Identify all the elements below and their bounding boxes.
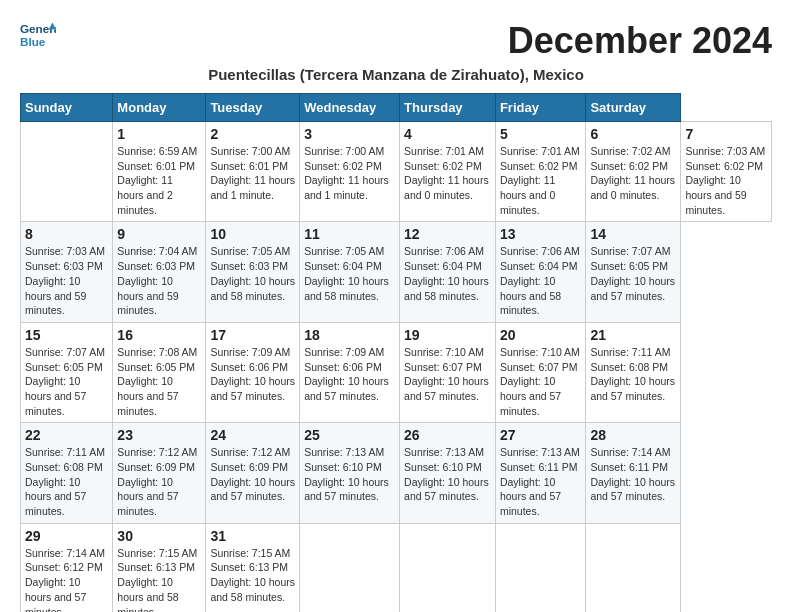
svg-text:Blue: Blue xyxy=(20,35,46,48)
day-info: Sunrise: 7:15 AM Sunset: 6:13 PM Dayligh… xyxy=(117,546,201,612)
calendar-cell: 11 Sunrise: 7:05 AM Sunset: 6:04 PM Dayl… xyxy=(300,222,400,322)
day-info: Sunrise: 7:14 AM Sunset: 6:11 PM Dayligh… xyxy=(590,445,676,504)
day-info: Sunrise: 7:10 AM Sunset: 6:07 PM Dayligh… xyxy=(404,345,491,404)
calendar-cell: 20 Sunrise: 7:10 AM Sunset: 6:07 PM Dayl… xyxy=(495,322,586,422)
day-info: Sunrise: 7:04 AM Sunset: 6:03 PM Dayligh… xyxy=(117,244,201,317)
day-number: 5 xyxy=(500,126,582,142)
day-number: 7 xyxy=(685,126,767,142)
calendar-cell: 24 Sunrise: 7:12 AM Sunset: 6:09 PM Dayl… xyxy=(206,423,300,523)
day-number: 18 xyxy=(304,327,395,343)
calendar-cell: 29 Sunrise: 7:14 AM Sunset: 6:12 PM Dayl… xyxy=(21,523,113,612)
day-number: 4 xyxy=(404,126,491,142)
calendar-cell: 5 Sunrise: 7:01 AM Sunset: 6:02 PM Dayli… xyxy=(495,122,586,222)
weekday-header-thursday: Thursday xyxy=(400,94,496,122)
day-number: 2 xyxy=(210,126,295,142)
day-number: 8 xyxy=(25,226,108,242)
day-number: 19 xyxy=(404,327,491,343)
calendar-cell: 27 Sunrise: 7:13 AM Sunset: 6:11 PM Dayl… xyxy=(495,423,586,523)
day-info: Sunrise: 7:05 AM Sunset: 6:03 PM Dayligh… xyxy=(210,244,295,303)
calendar-cell: 2 Sunrise: 7:00 AM Sunset: 6:01 PM Dayli… xyxy=(206,122,300,222)
day-info: Sunrise: 7:15 AM Sunset: 6:13 PM Dayligh… xyxy=(210,546,295,605)
day-info: Sunrise: 7:00 AM Sunset: 6:02 PM Dayligh… xyxy=(304,144,395,203)
weekday-header-saturday: Saturday xyxy=(586,94,681,122)
calendar-cell: 7 Sunrise: 7:03 AM Sunset: 6:02 PM Dayli… xyxy=(681,122,772,222)
month-title: December 2024 xyxy=(508,20,772,62)
day-info: Sunrise: 7:00 AM Sunset: 6:01 PM Dayligh… xyxy=(210,144,295,203)
calendar-cell: 26 Sunrise: 7:13 AM Sunset: 6:10 PM Dayl… xyxy=(400,423,496,523)
calendar-cell: 6 Sunrise: 7:02 AM Sunset: 6:02 PM Dayli… xyxy=(586,122,681,222)
day-number: 16 xyxy=(117,327,201,343)
day-number: 30 xyxy=(117,528,201,544)
day-info: Sunrise: 7:13 AM Sunset: 6:10 PM Dayligh… xyxy=(304,445,395,504)
day-number: 22 xyxy=(25,427,108,443)
day-number: 1 xyxy=(117,126,201,142)
calendar-cell: 22 Sunrise: 7:11 AM Sunset: 6:08 PM Dayl… xyxy=(21,423,113,523)
day-info: Sunrise: 7:11 AM Sunset: 6:08 PM Dayligh… xyxy=(25,445,108,518)
day-number: 17 xyxy=(210,327,295,343)
day-info: Sunrise: 7:11 AM Sunset: 6:08 PM Dayligh… xyxy=(590,345,676,404)
day-number: 9 xyxy=(117,226,201,242)
day-number: 3 xyxy=(304,126,395,142)
day-info: Sunrise: 7:06 AM Sunset: 6:04 PM Dayligh… xyxy=(500,244,582,317)
day-info: Sunrise: 7:01 AM Sunset: 6:02 PM Dayligh… xyxy=(500,144,582,217)
calendar-cell: 17 Sunrise: 7:09 AM Sunset: 6:06 PM Dayl… xyxy=(206,322,300,422)
day-info: Sunrise: 6:59 AM Sunset: 6:01 PM Dayligh… xyxy=(117,144,201,217)
location-title: Puentecillas (Tercera Manzana de Zirahua… xyxy=(20,66,772,83)
day-info: Sunrise: 7:02 AM Sunset: 6:02 PM Dayligh… xyxy=(590,144,676,203)
day-number: 26 xyxy=(404,427,491,443)
calendar-cell xyxy=(495,523,586,612)
calendar-cell xyxy=(586,523,681,612)
weekday-header-sunday: Sunday xyxy=(21,94,113,122)
day-number: 23 xyxy=(117,427,201,443)
day-info: Sunrise: 7:07 AM Sunset: 6:05 PM Dayligh… xyxy=(590,244,676,303)
day-info: Sunrise: 7:12 AM Sunset: 6:09 PM Dayligh… xyxy=(117,445,201,518)
calendar-cell: 1 Sunrise: 6:59 AM Sunset: 6:01 PM Dayli… xyxy=(113,122,206,222)
day-info: Sunrise: 7:14 AM Sunset: 6:12 PM Dayligh… xyxy=(25,546,108,612)
day-number: 20 xyxy=(500,327,582,343)
day-number: 29 xyxy=(25,528,108,544)
calendar-cell xyxy=(21,122,113,222)
day-number: 27 xyxy=(500,427,582,443)
calendar-cell: 21 Sunrise: 7:11 AM Sunset: 6:08 PM Dayl… xyxy=(586,322,681,422)
calendar: SundayMondayTuesdayWednesdayThursdayFrid… xyxy=(20,93,772,612)
day-number: 10 xyxy=(210,226,295,242)
calendar-cell: 19 Sunrise: 7:10 AM Sunset: 6:07 PM Dayl… xyxy=(400,322,496,422)
day-number: 28 xyxy=(590,427,676,443)
weekday-header-tuesday: Tuesday xyxy=(206,94,300,122)
day-number: 21 xyxy=(590,327,676,343)
calendar-cell: 14 Sunrise: 7:07 AM Sunset: 6:05 PM Dayl… xyxy=(586,222,681,322)
calendar-cell: 16 Sunrise: 7:08 AM Sunset: 6:05 PM Dayl… xyxy=(113,322,206,422)
day-info: Sunrise: 7:03 AM Sunset: 6:02 PM Dayligh… xyxy=(685,144,767,217)
calendar-cell: 23 Sunrise: 7:12 AM Sunset: 6:09 PM Dayl… xyxy=(113,423,206,523)
calendar-cell: 4 Sunrise: 7:01 AM Sunset: 6:02 PM Dayli… xyxy=(400,122,496,222)
day-number: 25 xyxy=(304,427,395,443)
day-number: 6 xyxy=(590,126,676,142)
calendar-cell: 3 Sunrise: 7:00 AM Sunset: 6:02 PM Dayli… xyxy=(300,122,400,222)
weekday-header-friday: Friday xyxy=(495,94,586,122)
day-info: Sunrise: 7:06 AM Sunset: 6:04 PM Dayligh… xyxy=(404,244,491,303)
day-info: Sunrise: 7:13 AM Sunset: 6:10 PM Dayligh… xyxy=(404,445,491,504)
calendar-cell: 13 Sunrise: 7:06 AM Sunset: 6:04 PM Dayl… xyxy=(495,222,586,322)
day-number: 24 xyxy=(210,427,295,443)
logo: General Blue xyxy=(20,20,58,50)
day-number: 31 xyxy=(210,528,295,544)
calendar-cell: 10 Sunrise: 7:05 AM Sunset: 6:03 PM Dayl… xyxy=(206,222,300,322)
calendar-cell: 15 Sunrise: 7:07 AM Sunset: 6:05 PM Dayl… xyxy=(21,322,113,422)
day-number: 14 xyxy=(590,226,676,242)
day-info: Sunrise: 7:09 AM Sunset: 6:06 PM Dayligh… xyxy=(304,345,395,404)
weekday-header-monday: Monday xyxy=(113,94,206,122)
calendar-cell: 18 Sunrise: 7:09 AM Sunset: 6:06 PM Dayl… xyxy=(300,322,400,422)
calendar-cell xyxy=(400,523,496,612)
day-info: Sunrise: 7:12 AM Sunset: 6:09 PM Dayligh… xyxy=(210,445,295,504)
calendar-cell: 31 Sunrise: 7:15 AM Sunset: 6:13 PM Dayl… xyxy=(206,523,300,612)
day-info: Sunrise: 7:13 AM Sunset: 6:11 PM Dayligh… xyxy=(500,445,582,518)
day-info: Sunrise: 7:08 AM Sunset: 6:05 PM Dayligh… xyxy=(117,345,201,418)
day-info: Sunrise: 7:03 AM Sunset: 6:03 PM Dayligh… xyxy=(25,244,108,317)
calendar-cell: 12 Sunrise: 7:06 AM Sunset: 6:04 PM Dayl… xyxy=(400,222,496,322)
day-info: Sunrise: 7:10 AM Sunset: 6:07 PM Dayligh… xyxy=(500,345,582,418)
day-info: Sunrise: 7:05 AM Sunset: 6:04 PM Dayligh… xyxy=(304,244,395,303)
calendar-cell: 25 Sunrise: 7:13 AM Sunset: 6:10 PM Dayl… xyxy=(300,423,400,523)
weekday-header-wednesday: Wednesday xyxy=(300,94,400,122)
day-number: 15 xyxy=(25,327,108,343)
day-info: Sunrise: 7:07 AM Sunset: 6:05 PM Dayligh… xyxy=(25,345,108,418)
